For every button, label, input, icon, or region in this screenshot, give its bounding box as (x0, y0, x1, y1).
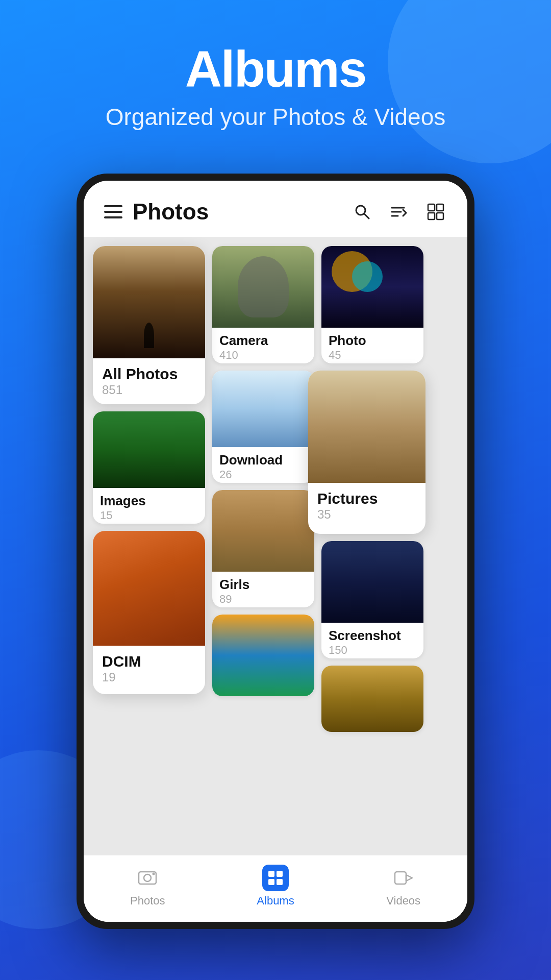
download-count: 26 (219, 468, 307, 481)
search-button[interactable] (351, 201, 373, 223)
album-girls[interactable]: Girls 89 (212, 490, 314, 607)
phone-screen: Photos (84, 181, 467, 922)
dcim-name: DCIM (102, 653, 196, 670)
photos-nav-label: Photos (130, 894, 165, 908)
all-photos-name: All Photos (102, 365, 196, 383)
nav-photos[interactable]: Photos (84, 865, 212, 908)
album-leopard[interactable] (321, 666, 423, 732)
page-title: Albums (0, 41, 551, 97)
albums-nav-label: Albums (257, 894, 294, 908)
svg-rect-7 (428, 213, 435, 219)
svg-line-1 (364, 214, 369, 218)
phone-mockup: Photos (77, 174, 474, 929)
svg-rect-6 (437, 204, 443, 211)
sort-button[interactable] (388, 201, 410, 223)
album-photo[interactable]: Photo 45 (321, 246, 423, 363)
header-left: Photos (104, 199, 209, 225)
nav-videos[interactable]: Videos (339, 865, 467, 908)
album-screenshot[interactable]: Screenshot 150 (321, 541, 423, 658)
svg-point-10 (144, 874, 151, 881)
album-pictures[interactable]: Pictures 35 (308, 371, 425, 534)
menu-button[interactable] (104, 205, 122, 218)
svg-rect-16 (395, 872, 406, 884)
girls-count: 89 (219, 593, 307, 606)
album-download[interactable]: Download 26 (212, 371, 314, 483)
album-sky[interactable] (212, 615, 314, 696)
bottom-nav: Photos Albums (84, 855, 467, 922)
videos-nav-icon (390, 865, 417, 891)
svg-rect-5 (428, 204, 435, 211)
all-photos-count: 851 (102, 383, 196, 397)
photos-nav-icon (134, 865, 161, 891)
camera-name: Camera (219, 333, 307, 349)
screenshot-count: 150 (329, 644, 416, 657)
svg-rect-8 (437, 213, 443, 219)
nav-albums[interactable]: Albums (212, 865, 340, 908)
photo-name: Photo (329, 333, 416, 349)
dcim-count: 19 (102, 670, 196, 684)
images-name: Images (100, 493, 198, 509)
svg-rect-13 (277, 871, 283, 877)
images-count: 15 (100, 509, 198, 522)
videos-nav-label: Videos (386, 894, 420, 908)
pictures-count: 35 (317, 507, 416, 522)
album-images[interactable]: Images 15 (93, 411, 205, 524)
header-right (351, 201, 447, 223)
svg-rect-14 (268, 879, 274, 885)
albums-nav-icon (262, 865, 289, 891)
pictures-name: Pictures (317, 490, 416, 507)
album-all-photos[interactable]: All Photos 851 (93, 246, 205, 404)
svg-rect-15 (277, 879, 283, 885)
app-title: Photos (133, 199, 209, 225)
camera-count: 410 (219, 349, 307, 362)
screenshot-name: Screenshot (329, 628, 416, 644)
albums-scroll: All Photos 851 Camera 410 (84, 237, 467, 855)
photo-count: 45 (329, 349, 416, 362)
album-camera[interactable]: Camera 410 (212, 246, 314, 363)
download-name: Download (219, 452, 307, 468)
girls-name: Girls (219, 577, 307, 593)
album-dcim[interactable]: DCIM 19 (93, 531, 205, 694)
svg-point-11 (153, 873, 155, 875)
app-content: Photos (84, 181, 467, 922)
app-header: Photos (84, 181, 467, 237)
page-subtitle: Organized your Photos & Videos (0, 103, 551, 131)
svg-rect-12 (268, 871, 274, 877)
grid-view-button[interactable] (424, 201, 447, 223)
header-section: Albums Organized your Photos & Videos (0, 0, 551, 151)
